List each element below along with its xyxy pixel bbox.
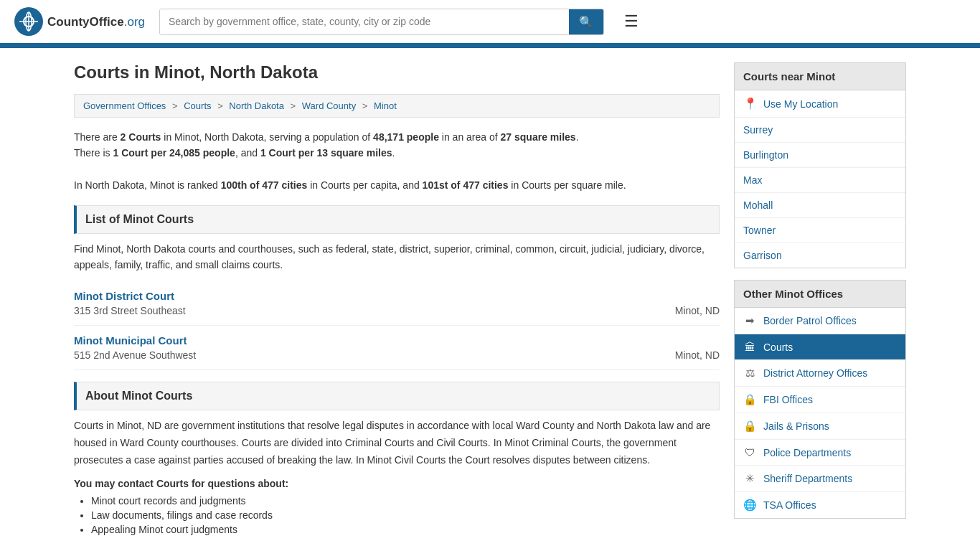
logo-icon: [14, 7, 43, 36]
shield-icon: 🛡: [743, 446, 756, 458]
logo[interactable]: CountyOffice.org: [14, 7, 145, 36]
about-section-header: About Minot Courts: [74, 382, 720, 410]
sidebar-city-towner[interactable]: Towner: [735, 218, 905, 243]
star-icon: ✳: [743, 472, 756, 485]
search-input[interactable]: [160, 9, 569, 34]
use-location-link[interactable]: 📍 Use My Location: [735, 90, 905, 118]
office-link-da[interactable]: District Attorney Offices: [763, 367, 867, 379]
sidebar-city-surrey[interactable]: Surrey: [735, 118, 905, 143]
court-item-1: Minot District Court 315 3rd Street Sout…: [74, 281, 720, 326]
sidebar-city-mohall[interactable]: Mohall: [735, 193, 905, 218]
sidebar: Courts near Minot 📍 Use My Location Surr…: [734, 62, 906, 538]
breadcrumb: Government Offices > Courts > North Dako…: [74, 94, 720, 118]
sidebar-city-max[interactable]: Max: [735, 168, 905, 193]
office-fbi: 🔒 FBI Offices: [735, 387, 905, 413]
breadcrumb-courts[interactable]: Courts: [184, 100, 211, 111]
breadcrumb-sep-3: >: [291, 100, 296, 111]
list-description: Find Minot, North Dakota courts and cour…: [74, 241, 720, 273]
use-location-label: Use My Location: [763, 98, 838, 110]
info-text: There are 2 Courts in Minot, North Dakot…: [74, 129, 720, 194]
search-icon: 🔍: [579, 16, 593, 28]
other-offices-section: ➡ Border Patrol Offices 🏛 Courts ⚖ Distr…: [734, 308, 906, 519]
about-text: Courts in Minot, ND are government insti…: [74, 418, 720, 468]
globe-icon: 🌐: [743, 499, 756, 512]
office-link-border-patrol[interactable]: Border Patrol Offices: [763, 315, 857, 326]
breadcrumb-city[interactable]: Minot: [374, 100, 397, 111]
search-bar: 🔍: [159, 9, 604, 35]
court-item-2: Minot Municipal Court 515 2nd Avenue Sou…: [74, 326, 720, 370]
court-city-2: Minot, ND: [675, 349, 720, 361]
court-link-1[interactable]: Minot District Court: [74, 290, 174, 302]
other-offices-header: Other Minot Offices: [734, 280, 906, 308]
court-address-1: 315 3rd Street Southeast: [74, 305, 186, 316]
contact-list: Minot court records and judgments Law do…: [74, 495, 720, 535]
office-border-patrol: ➡ Border Patrol Offices: [735, 308, 905, 334]
court-city-1: Minot, ND: [675, 305, 720, 316]
arrow-right-icon: ➡: [743, 314, 756, 327]
office-link-courts[interactable]: Courts: [763, 342, 793, 353]
office-police: 🛡 Police Departments: [735, 440, 905, 466]
sidebar-city-burlington[interactable]: Burlington: [735, 143, 905, 168]
court-link-2[interactable]: Minot Municipal Court: [74, 334, 187, 347]
breadcrumb-sep-2: >: [217, 100, 223, 111]
contact-item-3: Appealing Minot court judgments: [91, 524, 720, 535]
breadcrumb-govt-offices[interactable]: Government Offices: [83, 100, 166, 111]
sidebar-city-garrison[interactable]: Garrison: [735, 243, 905, 268]
lock-icon: 🔒: [743, 393, 756, 406]
list-section-header: List of Minot Courts: [74, 205, 720, 234]
office-link-jails[interactable]: Jails & Prisons: [763, 420, 829, 432]
office-link-tsa[interactable]: TSA Offices: [763, 499, 816, 511]
nearby-header: Courts near Minot: [734, 62, 906, 90]
gavel-icon: ⚖: [743, 367, 756, 380]
contact-header: You may contact Courts for questions abo…: [74, 478, 720, 489]
menu-button[interactable]: ☰: [618, 9, 644, 34]
breadcrumb-county[interactable]: Ward County: [302, 100, 356, 111]
office-link-sheriff[interactable]: Sheriff Departments: [763, 473, 852, 484]
hamburger-icon: ☰: [624, 12, 639, 30]
court-address-2: 515 2nd Avenue Southwest: [74, 349, 196, 361]
breadcrumb-sep-1: >: [172, 100, 178, 111]
court-building-icon: 🏛: [743, 341, 756, 353]
pin-icon: 📍: [743, 97, 758, 110]
search-button[interactable]: 🔍: [569, 9, 603, 34]
nearby-section: 📍 Use My Location Surrey Burlington Max …: [734, 90, 906, 268]
contact-item-2: Law documents, filings and case records: [91, 509, 720, 521]
page-title: Courts in Minot, North Dakota: [74, 62, 720, 83]
jail-icon: 🔒: [743, 420, 756, 433]
office-tsa: 🌐 TSA Offices: [735, 492, 905, 518]
logo-text: CountyOffice.org: [47, 14, 145, 29]
office-sheriff: ✳ Sheriff Departments: [735, 466, 905, 492]
office-da: ⚖ District Attorney Offices: [735, 360, 905, 387]
breadcrumb-sep-4: >: [362, 100, 368, 111]
breadcrumb-state[interactable]: North Dakota: [229, 100, 284, 111]
office-link-police[interactable]: Police Departments: [763, 447, 851, 458]
office-jails: 🔒 Jails & Prisons: [735, 413, 905, 440]
office-courts: 🏛 Courts: [735, 334, 905, 360]
office-link-fbi[interactable]: FBI Offices: [763, 394, 813, 405]
contact-item-1: Minot court records and judgments: [91, 495, 720, 507]
